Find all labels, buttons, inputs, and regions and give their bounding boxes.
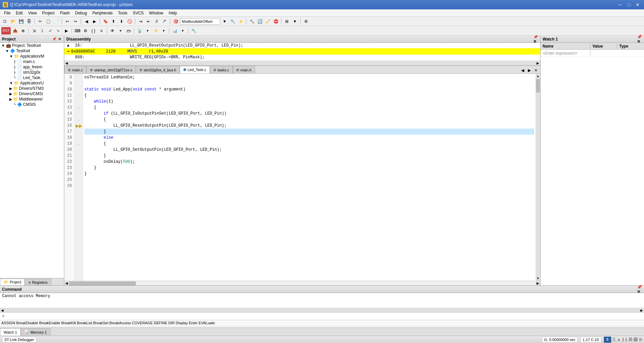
menu-file[interactable]: File bbox=[1, 9, 13, 17]
editor-scrollbar[interactable]: ◀ ▶ bbox=[64, 281, 540, 285]
menu-help[interactable]: Help bbox=[166, 9, 180, 17]
tb-event-dropdown[interactable]: ▼ bbox=[160, 27, 167, 35]
disasm-scroll-left[interactable]: ◀ bbox=[64, 61, 69, 65]
tb-target-dropdown[interactable]: ModbusAddrOffset bbox=[180, 18, 220, 25]
watch-pin-btn[interactable]: 📌 bbox=[637, 35, 642, 39]
tb-watch-btn[interactable]: 👁 bbox=[109, 27, 116, 35]
tb-viewtype-dropdown[interactable]: ▼ bbox=[291, 18, 299, 25]
tb-redo-btn[interactable]: ↪ bbox=[72, 18, 79, 25]
tb-trace-dropdown[interactable]: ▼ bbox=[179, 27, 186, 35]
tab-registers[interactable]: ≡ Registers bbox=[25, 279, 51, 285]
tree-item-cmsis[interactable]: └ 🔷 CMSIS bbox=[0, 102, 64, 107]
tb-clean-btn[interactable]: 🧹 bbox=[264, 18, 271, 25]
menu-edit[interactable]: Edit bbox=[13, 9, 25, 17]
tb-dropdown-arrow[interactable]: ▼ bbox=[221, 18, 228, 25]
menu-debug[interactable]: Debug bbox=[73, 9, 90, 17]
bottom-tab-watch1[interactable]: Watch 1 bbox=[0, 328, 21, 336]
tb-event-btn[interactable]: ⚡ bbox=[152, 27, 159, 35]
tree-item-drivers-stm[interactable]: ▶ 📁 Drivers/STM3 bbox=[0, 86, 64, 91]
watch-expr-field[interactable]: <Enter expression> bbox=[541, 51, 590, 56]
menu-tools[interactable]: Tools bbox=[115, 9, 130, 17]
tab-project[interactable]: 📁 Project bbox=[0, 279, 25, 285]
tb-symbol-btn[interactable]: { } bbox=[90, 27, 97, 35]
fold-11[interactable]: – bbox=[78, 94, 80, 97]
close-button[interactable]: ✕ bbox=[634, 2, 641, 8]
tb-rst-btn[interactable]: RST bbox=[1, 27, 11, 35]
menu-view[interactable]: View bbox=[25, 9, 39, 17]
tab-close-btn[interactable]: ✕ bbox=[533, 67, 539, 73]
tb-bookmark-add-btn[interactable]: 🔖 bbox=[102, 18, 109, 25]
maximize-button[interactable]: □ bbox=[625, 2, 633, 8]
tb-select-btn[interactable]: ⚡ bbox=[237, 18, 244, 25]
tb-manage-btn[interactable]: 🔧 bbox=[229, 18, 236, 25]
tab-main-h[interactable]: main.h bbox=[233, 66, 255, 73]
command-input-area[interactable]: > bbox=[0, 313, 644, 320]
editor-scroll-left-btn[interactable]: ◀ bbox=[64, 281, 69, 285]
tb-stop-btn[interactable]: ⛔ bbox=[272, 18, 279, 25]
tb-stop2-btn[interactable]: ⊗ bbox=[19, 27, 27, 35]
editor-scroll-up[interactable]: ▲ bbox=[536, 74, 540, 78]
code-content[interactable]: osThreadId LedHandle; static void Led_Ap… bbox=[83, 74, 536, 281]
fold-13[interactable]: – bbox=[78, 106, 80, 110]
tb-tools2-btn[interactable]: 🔧 bbox=[190, 27, 197, 35]
tb-trace-btn[interactable]: 📊 bbox=[171, 27, 178, 35]
tb-bookmark-clear-btn[interactable]: 🚫 bbox=[126, 18, 133, 25]
tree-item-app-freem[interactable]: ├ 📄 app_freem bbox=[0, 64, 64, 70]
editor-hscroll-thumb[interactable] bbox=[69, 281, 136, 285]
tab-led-task[interactable]: Led_Task.c bbox=[180, 66, 210, 73]
tb-settings-btn[interactable]: ⚙ bbox=[302, 18, 310, 25]
tb-new-btn[interactable]: 🗋 bbox=[1, 18, 9, 25]
disasm-scroll-btn-up[interactable]: ▲ bbox=[67, 43, 74, 48]
tree-item-app-m[interactable]: ▼ 📁 Application/M bbox=[0, 54, 64, 59]
tb-cmd-window-btn[interactable]: ⌨ bbox=[74, 27, 81, 35]
tb-load-btn[interactable]: 📥 bbox=[11, 27, 19, 35]
command-scrollbar[interactable]: ◀ ▶ bbox=[0, 308, 644, 313]
tree-item-middlewares[interactable]: ▶ 📁 Middlewares/ bbox=[0, 96, 64, 102]
editor-vscroll-thumb[interactable] bbox=[536, 79, 540, 92]
tb-nav-back-btn[interactable]: ◀ bbox=[83, 18, 90, 25]
tree-item-app-u[interactable]: ▼ 📁 Application/U bbox=[0, 80, 64, 86]
cmd-scroll-right[interactable]: ▶ bbox=[639, 308, 644, 313]
tb-step-into[interactable]: ⤶ bbox=[47, 27, 54, 35]
menu-project[interactable]: Project bbox=[39, 9, 57, 17]
tree-item-drivers-cmsi[interactable]: ▶ 📁 Drivers/CMSI bbox=[0, 91, 64, 96]
menu-peripherals[interactable]: Peripherals bbox=[90, 9, 115, 17]
tb-uncomment-btn[interactable]: /* bbox=[161, 18, 168, 25]
editor-vscroll[interactable]: ▲ ▼ bbox=[536, 74, 540, 281]
tab-scroll-left-btn[interactable]: ◀ bbox=[519, 67, 526, 73]
tab-startup[interactable]: startup_stm32g071xx.s bbox=[86, 66, 136, 73]
tb-rebuild-btn[interactable]: 🔄 bbox=[256, 18, 263, 25]
project-pin-btn[interactable]: 📌 bbox=[52, 37, 57, 42]
cmd-scroll-left[interactable]: ◀ bbox=[0, 308, 5, 313]
disasm-scroll-right[interactable]: ▶ bbox=[536, 61, 540, 65]
tree-item-root[interactable]: ▼ 💼 Project: TestKeil bbox=[0, 43, 64, 48]
bottom-tab-memory1[interactable]: 📊 Memory 1 bbox=[21, 328, 51, 336]
tab-main-c[interactable]: main.c bbox=[64, 66, 86, 73]
tb-watch-dropdown[interactable]: ▼ bbox=[117, 27, 124, 35]
tb-saveall-btn[interactable]: 🗄 bbox=[25, 18, 33, 25]
tree-item-stm32[interactable]: ├ 📄 stm32g0x bbox=[0, 70, 64, 75]
tb-nav-fwd-btn[interactable]: ▶ bbox=[91, 18, 98, 25]
tb-disasm-btn[interactable]: ⚙ bbox=[82, 27, 89, 35]
tb-viewtype-btn[interactable]: ⊞ bbox=[283, 18, 291, 25]
minimize-button[interactable]: ─ bbox=[617, 2, 624, 8]
tree-item-led-task[interactable]: └ 📄 Led_Task. bbox=[0, 75, 64, 80]
tb-build-btn[interactable]: 🔨 bbox=[248, 18, 255, 25]
tb-periph-dropdown[interactable]: ▼ bbox=[144, 27, 151, 35]
tb-run-btn[interactable]: ▶ bbox=[63, 27, 70, 35]
watch-expression-row[interactable]: <Enter expression> bbox=[541, 50, 644, 57]
tab-tasks[interactable]: tasks.c bbox=[210, 66, 233, 73]
menu-window[interactable]: Window bbox=[146, 9, 166, 17]
tb-reg-btn[interactable]: ≡ bbox=[98, 27, 105, 35]
tb-undo-btn[interactable]: ↩ bbox=[64, 18, 71, 25]
editor-scroll-down[interactable]: ▼ bbox=[536, 276, 540, 281]
tb-save-btn[interactable]: 💾 bbox=[17, 18, 25, 25]
tab-scroll-right-btn[interactable]: ▶ bbox=[526, 67, 532, 73]
tb-comment-btn[interactable]: // bbox=[153, 18, 160, 25]
tb-paste-btn[interactable]: 📄 bbox=[53, 18, 60, 25]
menu-svcs[interactable]: SVCS bbox=[130, 9, 147, 17]
disassembly-pin-btn[interactable]: 📌 bbox=[533, 36, 538, 39]
fold-19[interactable]: – bbox=[78, 142, 80, 146]
tree-item-testkeil[interactable]: ▼ 🔷 TestKeil bbox=[0, 48, 64, 54]
project-close-btn[interactable]: ✕ bbox=[57, 37, 62, 42]
